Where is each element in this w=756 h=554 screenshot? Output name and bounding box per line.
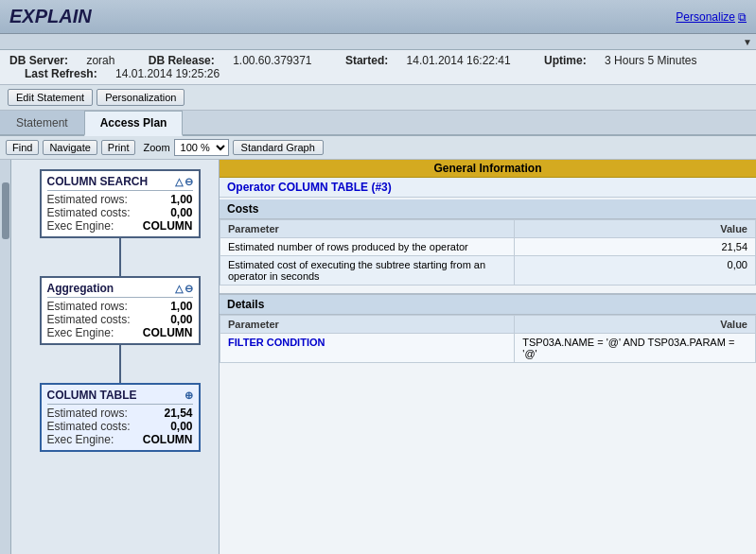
graph-panel: COLUMN SEARCH △ ⊖ Estimated rows: 1,00 E… [11, 160, 220, 554]
app-title: EXPLAIN [9, 6, 92, 27]
graph-scroll-bar[interactable] [0, 160, 11, 554]
node-icons-2: △ ⊖ [175, 283, 193, 295]
aggregation-title: Aggregation △ ⊖ [47, 282, 193, 298]
costs-section: Costs Parameter Value Estimated number o… [220, 198, 756, 287]
details-header: Details [220, 293, 756, 315]
button-bar: Edit Statement Personalization [0, 85, 756, 111]
last-refresh-value: 14.01.2014 19:25:26 [115, 67, 220, 80]
tabs-bar: Statement Access Plan [0, 111, 756, 136]
node-icons: △ ⊖ [175, 176, 193, 188]
tab-access-plan[interactable]: Access Plan [84, 111, 184, 136]
main-container: EXPLAIN Personalize ⧉ ▼ DB Server: zorah… [0, 0, 756, 554]
column-table-title: COLUMN TABLE ⊕ [47, 389, 193, 405]
db-server-label: DB Server: [9, 54, 68, 67]
costs-value-col: Value [515, 220, 756, 238]
general-info-header: General Information [220, 160, 756, 178]
costs-param-2: Estimated cost of executing the subtree … [220, 256, 515, 286]
estimated-costs-row: Estimated costs: 0,00 [47, 206, 193, 219]
standard-graph-button[interactable]: Standard Graph [233, 140, 324, 155]
column-search-node[interactable]: COLUMN SEARCH △ ⊖ Estimated rows: 1,00 E… [40, 169, 201, 238]
costs-table: Parameter Value Estimated number of rows… [220, 219, 756, 286]
db-release-label: DB Release: [149, 54, 215, 67]
expand-icon-2[interactable]: △ [175, 283, 183, 295]
header: EXPLAIN Personalize ⧉ [0, 0, 756, 34]
column-table-node[interactable]: COLUMN TABLE ⊕ Estimated rows: 21,54 Est… [40, 383, 201, 452]
content-area: COLUMN SEARCH △ ⊖ Estimated rows: 1,00 E… [0, 160, 756, 554]
expand-icon-3[interactable]: ⊕ [185, 390, 193, 402]
started-label: Started: [345, 54, 388, 67]
estimated-rows-row: Estimated rows: 1,00 [47, 193, 193, 206]
column-table-content: Estimated rows: 21,54 Estimated costs: 0… [47, 407, 193, 446]
tab-statement[interactable]: Statement [0, 111, 84, 134]
collapse-icon: ▼ [743, 37, 752, 47]
connector-1 [119, 238, 121, 276]
info-bar: DB Server: zorah DB Release: 1.00.60.379… [0, 50, 756, 85]
operator-label: Operator COLUMN TABLE (#3) [220, 178, 756, 198]
personalize-link[interactable]: Personalize ⧉ [676, 10, 747, 24]
expand-icon[interactable]: △ [175, 176, 183, 188]
navigate-button[interactable]: Navigate [43, 140, 97, 155]
column-search-content: Estimated rows: 1,00 Estimated costs: 0,… [47, 193, 193, 233]
node-area: COLUMN SEARCH △ ⊖ Estimated rows: 1,00 E… [11, 160, 219, 461]
find-button[interactable]: Find [6, 140, 39, 155]
details-row-1: FILTER CONDITION TSP03A.NAME = '@' AND T… [220, 334, 756, 363]
info-panel: General Information Operator COLUMN TABL… [220, 160, 756, 554]
last-refresh-label: Last Refresh: [25, 67, 97, 80]
exec-engine-row: Exec Engine: COLUMN [47, 219, 193, 233]
zoom-label: Zoom [143, 142, 169, 153]
collapse-icon[interactable]: ⊖ [185, 176, 193, 188]
column-search-title: COLUMN SEARCH △ ⊖ [47, 175, 193, 191]
costs-param-col: Parameter [220, 220, 515, 238]
costs-row-1: Estimated number of rows produced by the… [220, 238, 756, 256]
details-value-col: Value [515, 316, 756, 334]
scroll-thumb [2, 182, 9, 239]
print-button[interactable]: Print [101, 140, 136, 155]
zoom-select[interactable]: 50 % 75 % 100 % 125 % 150 % [174, 139, 229, 156]
costs-param-1: Estimated number of rows produced by the… [220, 238, 515, 256]
aggregation-content: Estimated rows: 1,00 Estimated costs: 0,… [47, 300, 193, 339]
db-server-value: zorah [86, 54, 114, 67]
collapse-icon-2[interactable]: ⊖ [185, 283, 193, 295]
details-value-1: TSP03A.NAME = '@' AND TSP03A.PARAM = '@' [515, 334, 756, 363]
details-param-col: Parameter [220, 316, 515, 334]
uptime-label: Uptime: [544, 54, 587, 67]
aggregation-node[interactable]: Aggregation △ ⊖ Estimated rows: 1,00 Est… [40, 276, 201, 345]
details-section: Details Parameter Value FILTER CONDITION… [220, 287, 756, 365]
uptime-value: 3 Hours 5 Minutes [605, 54, 696, 67]
connector-2 [119, 345, 121, 383]
edit-statement-button[interactable]: Edit Statement [8, 89, 93, 106]
costs-header: Costs [220, 199, 756, 219]
personalization-button[interactable]: Personalization [97, 89, 185, 106]
costs-value-1: 21,54 [515, 238, 756, 256]
node-icons-3: ⊕ [185, 390, 193, 402]
zoom-wrapper: 50 % 75 % 100 % 125 % 150 % [174, 139, 229, 156]
started-value: 14.01.2014 16:22:41 [407, 54, 511, 67]
costs-row-2: Estimated cost of executing the subtree … [220, 256, 756, 286]
collapse-bar[interactable]: ▼ [0, 34, 756, 50]
costs-value-2: 0,00 [515, 256, 756, 286]
toolbar: Find Navigate Print Zoom 50 % 75 % 100 %… [0, 136, 756, 160]
details-table: Parameter Value FILTER CONDITION TSP03A.… [220, 315, 756, 363]
details-param-1: FILTER CONDITION [220, 334, 515, 363]
db-release-value: 1.00.60.379371 [233, 54, 311, 67]
